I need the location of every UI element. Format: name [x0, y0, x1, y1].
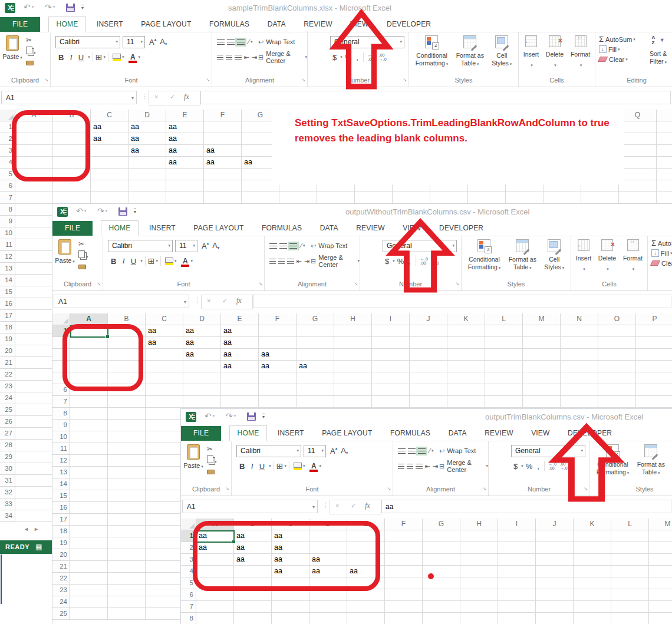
grid-cell-f6[interactable]: [259, 384, 297, 396]
grid-cell-h7[interactable]: [334, 396, 372, 408]
grid-cell-j3[interactable]: [536, 554, 574, 566]
row-header-22[interactable]: 22: [0, 369, 15, 381]
grid-cell-l5[interactable]: [611, 577, 649, 589]
grid-cell-d6[interactable]: [309, 589, 347, 601]
grid-cell-g2[interactable]: [423, 542, 460, 554]
align-right-icon[interactable]: [235, 55, 241, 60]
font-size-select[interactable]: 11▾: [175, 240, 197, 252]
align-left-icon[interactable]: [217, 55, 223, 60]
sheet-next-icon[interactable]: ►: [34, 526, 44, 532]
align-middle-icon[interactable]: [408, 448, 416, 454]
grid-cell-b17[interactable]: [108, 514, 146, 526]
macro-record-icon[interactable]: ▦: [35, 543, 42, 551]
row-header-14[interactable]: 14: [0, 275, 15, 286]
grid-cell-i5[interactable]: [498, 577, 536, 589]
row-header-26[interactable]: 26: [0, 416, 15, 428]
grid-cell-c20[interactable]: [146, 549, 183, 561]
column-header-c[interactable]: C: [91, 110, 129, 121]
grid-cell-f5[interactable]: [385, 577, 423, 589]
grid-cell-d5[interactable]: [129, 169, 166, 180]
grid-cell-k2[interactable]: [447, 337, 485, 349]
row-header-19[interactable]: 19: [0, 334, 15, 345]
align-right-icon[interactable]: [416, 464, 422, 469]
grid-cell-c17[interactable]: [146, 514, 183, 526]
grid-cell-k7[interactable]: [447, 396, 485, 408]
column-header-l[interactable]: L: [485, 313, 523, 325]
grid-cell-b23[interactable]: [108, 585, 146, 596]
tab-insert[interactable]: INSERT: [141, 221, 183, 236]
grid-cell-i3[interactable]: [372, 349, 410, 361]
grid-cell-g6[interactable]: [423, 589, 460, 601]
grid-cell-h8[interactable]: [460, 613, 498, 624]
accounting-format-button[interactable]: $: [513, 462, 518, 471]
format-painter-icon[interactable]: [77, 261, 88, 272]
cancel-icon[interactable]: ×: [207, 297, 210, 304]
row-header-22[interactable]: 22: [52, 573, 70, 585]
grid-cell-a25[interactable]: [15, 404, 53, 416]
column-header-o[interactable]: O: [598, 313, 636, 325]
row-header-6[interactable]: 6: [181, 589, 196, 601]
grid-cell-c6[interactable]: [272, 589, 309, 601]
grid-cell-e5[interactable]: [166, 169, 204, 180]
decrease-indent-icon[interactable]: ⇤: [425, 463, 430, 470]
formula-bar-splitter[interactable]: ⋮: [141, 93, 148, 100]
row-header-19[interactable]: 19: [52, 537, 70, 549]
wrap-text-button[interactable]: ↩ Wrap Text: [258, 34, 307, 49]
grid-cell-m7[interactable]: [468, 192, 506, 204]
tab-formulas[interactable]: FORMULAS: [383, 426, 438, 441]
grid-cell-d3[interactable]: aa: [183, 349, 221, 361]
delete-cells-button[interactable]: × Delete▾: [598, 239, 616, 279]
format-painter-icon[interactable]: [25, 57, 36, 68]
row-header-6[interactable]: 6: [0, 180, 15, 192]
grid-cell-a30[interactable]: [15, 463, 53, 475]
increase-indent-icon[interactable]: ⇥: [433, 463, 438, 470]
dialog-launcher-icon[interactable]: ↘: [44, 75, 48, 84]
grid-cell-j3[interactable]: [410, 349, 447, 361]
redo-icon[interactable]: ↷▾: [45, 2, 55, 12]
align-center-icon[interactable]: [407, 464, 413, 469]
grid-cell-i4[interactable]: [498, 566, 536, 577]
grid-cell-h7[interactable]: [279, 192, 317, 204]
row-header-12[interactable]: 12: [52, 455, 70, 467]
borders-icon[interactable]: ⊞: [95, 52, 103, 62]
column-header-l[interactable]: L: [611, 519, 649, 530]
row-header-11[interactable]: 11: [0, 239, 15, 251]
grid-cell-f1[interactable]: [204, 121, 242, 133]
grid-cell-c11[interactable]: [146, 443, 183, 455]
grid-cell-i7[interactable]: [498, 601, 536, 613]
dialog-launcher-icon[interactable]: ↘: [354, 279, 358, 288]
grid-cell-e7[interactable]: [221, 396, 259, 408]
grid-cell-h6[interactable]: [334, 384, 372, 396]
orientation-icon[interactable]: ∕: [301, 242, 302, 250]
qat-customize-icon[interactable]: ▾: [81, 5, 84, 11]
comma-style-button[interactable]: ,: [537, 462, 539, 471]
tab-data[interactable]: DATA: [441, 426, 475, 441]
tab-home[interactable]: HOME: [48, 16, 87, 32]
undo-icon[interactable]: ↶▾: [76, 206, 86, 216]
grid-cell-i6[interactable]: [498, 589, 536, 601]
grid-cell-c8[interactable]: [146, 408, 183, 420]
grid-cell-l2[interactable]: [485, 337, 523, 349]
grid-cell-o4[interactable]: [598, 361, 636, 372]
grid-cell-f4[interactable]: [385, 566, 423, 577]
grid-cell-c2[interactable]: aa: [146, 337, 183, 349]
tab-home[interactable]: HOME: [101, 220, 139, 236]
grid-cell-a34[interactable]: [15, 510, 53, 522]
underline-button[interactable]: U: [259, 462, 265, 471]
grid-cell-a21[interactable]: [15, 357, 53, 369]
align-right-icon[interactable]: [287, 259, 294, 264]
copy-icon[interactable]: ▾: [77, 250, 88, 261]
grid-cell-p2[interactable]: [636, 337, 672, 349]
percent-style-button[interactable]: %: [526, 462, 533, 471]
dialog-launcher-icon[interactable]: ↘: [482, 484, 486, 493]
formula-input[interactable]: [253, 295, 671, 308]
grid-cell-m3[interactable]: [523, 349, 561, 361]
grid-cell-m7[interactable]: [523, 396, 561, 408]
grid-cell-q4[interactable]: [619, 157, 657, 169]
column-header-n[interactable]: N: [561, 313, 598, 325]
grid-cell-p1[interactable]: [636, 325, 672, 337]
grid-cell-a17[interactable]: [70, 514, 108, 526]
grid-cell-a7[interactable]: [70, 396, 108, 408]
grid-cell-b19[interactable]: [108, 537, 146, 549]
orientation-icon[interactable]: ∕: [248, 38, 249, 46]
